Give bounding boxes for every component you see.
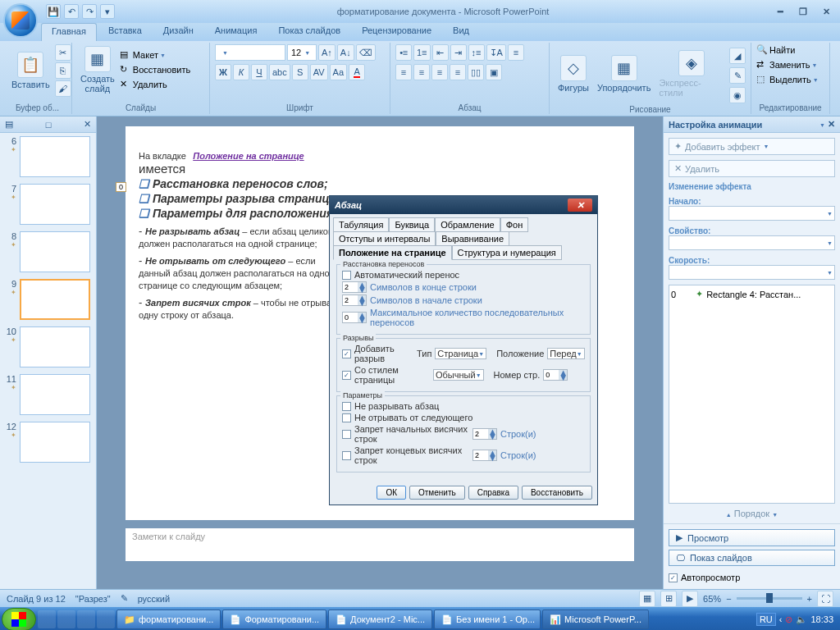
dlg-tab-outline[interactable]: Структура и нумерация — [452, 245, 562, 260]
start-combo[interactable]: ▼ — [669, 206, 835, 221]
strike-icon[interactable]: abc — [269, 64, 290, 80]
thumbnail-slide-6[interactable]: 6✦ — [0, 133, 96, 180]
move-up-icon[interactable]: ▲ — [726, 512, 732, 518]
move-down-icon[interactable]: ▼ — [772, 512, 778, 518]
tab-design[interactable]: Дизайн — [153, 23, 203, 41]
normal-view-icon[interactable]: ▦ — [639, 591, 655, 607]
widow-spinner[interactable]: ▲▼ — [472, 450, 497, 461]
qat-customize-icon[interactable]: ▾ — [100, 4, 115, 19]
grow-font-icon[interactable]: A↑ — [318, 44, 336, 61]
property-combo[interactable]: ▼ — [669, 235, 835, 250]
delete-slide-button[interactable]: ✕Удалить — [120, 79, 190, 90]
thumbnail-slide-10[interactable]: 10✦ — [0, 323, 96, 371]
new-slide-button[interactable]: ▦Создать слайд — [77, 44, 118, 95]
zoom-slider[interactable] — [737, 597, 802, 600]
minimize-button[interactable]: ━ — [771, 5, 789, 18]
auto-hyphen-checkbox[interactable] — [342, 271, 351, 280]
autopreview-checkbox[interactable]: ✓ — [669, 573, 678, 582]
reset-button[interactable]: ↻Восстановить — [120, 64, 190, 75]
dlg-tab-position[interactable]: Положение на странице — [333, 245, 452, 260]
dlg-tab-borders[interactable]: Обрамление — [435, 217, 500, 232]
animation-tag[interactable]: 0 — [116, 182, 126, 192]
dlg-tab-indents[interactable]: Отступы и интервалы — [333, 231, 436, 246]
tab-insert[interactable]: Вставка — [98, 23, 152, 41]
effect-list[interactable]: 0✦Rectangle 4: Расстан... — [669, 285, 835, 504]
quick-launch-icon[interactable] — [38, 610, 56, 628]
maximize-button[interactable]: ❐ — [794, 5, 812, 18]
chars-end-spinner[interactable]: ▲▼ — [342, 281, 367, 293]
cut-icon[interactable]: ✂ — [55, 44, 71, 61]
taskbar-item[interactable]: 📁форматировани... — [116, 609, 221, 629]
replace-button[interactable]: ⇄Заменить ▼ — [756, 59, 824, 71]
thumbnail-slide-11[interactable]: 11✦ — [0, 371, 96, 418]
close-button[interactable]: ✕ — [817, 5, 835, 18]
tab-slideshow[interactable]: Показ слайдов — [268, 23, 350, 41]
pane-menu-icon[interactable]: ▼ — [819, 122, 825, 128]
notes-pane[interactable]: Заметки к слайду — [126, 528, 634, 561]
taskbar-item[interactable]: 📄Без имени 1 - Op... — [434, 609, 541, 629]
taskbar-item[interactable]: 📄Форматировани... — [222, 609, 326, 629]
thumbnail-slide-7[interactable]: 7✦ — [0, 180, 96, 228]
align-center-icon[interactable]: ≡ — [413, 64, 430, 80]
dialog-close-button[interactable]: ✕ — [568, 199, 592, 212]
text-direction-icon[interactable]: ↧A — [486, 44, 506, 61]
font-color-icon[interactable]: A — [349, 64, 365, 80]
thumbnail-slide-8[interactable]: 8✦ — [0, 228, 96, 276]
font-family-combo[interactable]: ▼ — [215, 44, 285, 61]
font-size-combo[interactable]: 12▼ — [287, 44, 317, 61]
dlg-tab-background[interactable]: Фон — [500, 217, 529, 232]
language-bar[interactable]: RU — [756, 613, 776, 626]
tray-shield-icon[interactable]: ⊘ — [785, 614, 792, 625]
keep-together-checkbox[interactable] — [342, 402, 351, 411]
arrange-button[interactable]: ▦Упорядочить — [594, 53, 654, 94]
shape-effects-icon[interactable]: ◉ — [729, 87, 746, 103]
tab-home[interactable]: Главная — [41, 23, 97, 41]
sorter-view-icon[interactable]: ⊞ — [660, 591, 677, 607]
undo-icon[interactable]: ↶ — [64, 4, 79, 19]
dlg-tab-tabulation[interactable]: Табуляция — [333, 217, 389, 232]
office-button[interactable] — [3, 3, 38, 38]
bold-icon[interactable]: Ж — [215, 64, 231, 80]
zoom-out-icon[interactable]: − — [726, 594, 731, 604]
orphan-checkbox[interactable] — [342, 430, 351, 439]
redo-icon[interactable]: ↷ — [82, 4, 97, 19]
clock[interactable]: 18:33 — [810, 614, 833, 624]
with-style-checkbox[interactable]: ✓ — [342, 371, 351, 380]
tab-review[interactable]: Рецензирование — [352, 23, 441, 41]
widow-checkbox[interactable] — [342, 451, 351, 460]
language-indicator[interactable]: русский — [138, 594, 170, 604]
preview-button[interactable]: ▶Просмотр — [669, 529, 835, 546]
numbering-icon[interactable]: 1≡ — [413, 44, 431, 61]
justify-icon[interactable]: ≡ — [450, 64, 466, 80]
speed-combo[interactable]: ▼ — [669, 265, 835, 280]
shadow-icon[interactable]: S — [292, 64, 308, 80]
add-break-checkbox[interactable]: ✓ — [342, 349, 351, 358]
italic-icon[interactable]: К — [233, 64, 249, 80]
clear-format-icon[interactable]: ⌫ — [356, 44, 376, 61]
max-hyphens-spinner[interactable]: ▲▼ — [342, 312, 367, 323]
pane-close-icon[interactable]: ✕ — [828, 119, 835, 129]
orphan-spinner[interactable]: ▲▼ — [472, 428, 497, 440]
underline-icon[interactable]: Ч — [251, 64, 267, 80]
start-button[interactable] — [2, 608, 36, 630]
tab-animation[interactable]: Анимация — [205, 23, 267, 41]
quick-launch-icon[interactable] — [97, 610, 115, 628]
close-thumbs-icon[interactable]: ✕ — [84, 119, 91, 130]
tray-hidden-icon[interactable]: ‹ — [779, 614, 783, 624]
reset-button[interactable]: Восстановить — [522, 486, 592, 500]
page-num-spinner[interactable]: ▲▼ — [543, 369, 568, 381]
align-text-icon[interactable]: ≡ — [508, 44, 524, 61]
dlg-tab-dropcap[interactable]: Буквица — [389, 217, 435, 232]
slideshow-view-icon[interactable]: ▶ — [682, 591, 698, 607]
taskbar-item[interactable]: 📊Microsoft PowerP... — [542, 609, 649, 629]
tab-view[interactable]: Вид — [443, 23, 479, 41]
convert-smartart-icon[interactable]: ▣ — [486, 64, 502, 80]
dialog-titlebar[interactable]: Абзац✕ — [330, 196, 597, 214]
align-right-icon[interactable]: ≡ — [431, 64, 448, 80]
char-spacing-icon[interactable]: AV — [310, 64, 328, 80]
save-icon[interactable]: 💾 — [46, 4, 61, 19]
page-style-combo[interactable]: Обычный▼ — [433, 369, 484, 381]
shape-outline-icon[interactable]: ✎ — [729, 67, 746, 84]
select-button[interactable]: ⬚Выделить ▼ — [756, 74, 824, 85]
taskbar-item[interactable]: 📄Документ2 - Mic... — [328, 609, 432, 629]
